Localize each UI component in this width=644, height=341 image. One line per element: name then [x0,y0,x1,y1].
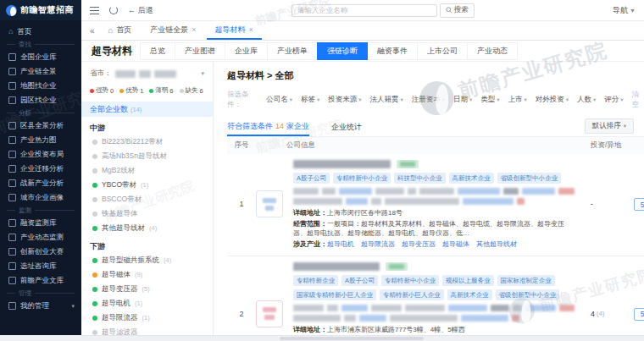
filter-dropdown[interactable]: 类型▾ [480,95,499,105]
sidebar-item[interactable]: 全国企业库 [0,50,81,64]
sidebar-item[interactable]: 选址咨询库 [0,259,81,273]
scrollbar-thumb[interactable] [280,337,424,340]
industry-link[interactable]: 超导限流器 [361,239,395,249]
sidebar-item[interactable]: 战新产业分析 [0,176,81,190]
tree-item[interactable]: BSCCO带材 [90,192,204,206]
sidebar-item[interactable]: 企业投资布局 [0,147,81,162]
sidebar-item[interactable]: 企业迁移分析 [0,162,81,176]
app-logo[interactable]: 前瞻智慧招商 [0,0,81,20]
industry-link[interactable]: 超导磁体 [442,239,469,249]
sidebar-item[interactable]: 城市企业画像 [0,190,81,205]
sidebar-item[interactable]: 区县全景分析 [0,118,81,133]
table-row[interactable]: 2 专精特新企业A股子公司专精特新中小企业规模以上服务业国家标准制定企业国家级专… [227,256,644,341]
company-tag: 国家级专精特新小巨人企业 [293,289,376,300]
page-tab[interactable]: 企业库 [225,42,268,60]
sidebar-item[interactable]: 产业链全景 [0,64,81,79]
industry-link[interactable]: 超导变压器 [402,239,436,249]
collapse-sidebar-icon[interactable] [90,7,99,14]
sidebar-item[interactable]: 园区找企业 [0,93,81,107]
close-icon[interactable]: × [192,25,196,34]
filter-dropdown[interactable]: 对外投资▾ [536,95,569,105]
horizontal-scrollbar[interactable] [0,335,644,341]
nav-dropdown[interactable]: 导航▼ [613,5,636,16]
tab-superconducting-materials[interactable]: 超导材料 × [207,21,262,40]
collapse-tabs-icon[interactable]: « [86,21,98,40]
score-badge[interactable]: 5 [634,308,644,321]
tree-item[interactable]: 超导限流器 (1) [90,311,204,325]
sidebar-item-home[interactable]: ⌂ 首页 [0,25,81,39]
global-search: 搜索 [164,3,603,18]
menu-icon [8,165,16,173]
page-tab[interactable]: 产业图谱 [175,42,225,60]
page-tab[interactable]: 融资事件 [367,42,418,60]
filter-dropdown[interactable]: 法人籍贯▾ [369,95,402,105]
sidebar-item[interactable]: 创新创业大赛 [0,245,81,259]
filter-dropdown[interactable]: 人数▾ [577,95,596,105]
company-name-row[interactable] [293,261,575,271]
tree-item[interactable]: YBCO带材 (1) [90,178,204,192]
sidebar: 前瞻智慧招商 ⌂ 首页 查找 全国企业库 产业链全景 [0,0,81,336]
back-button[interactable]: ← 后退 [128,5,153,16]
legend-item: 缺失 6 [180,86,203,95]
tree-item[interactable]: 其他超导线材 (4) [90,221,204,235]
chevron-down-icon: ▾ [593,96,596,103]
score-badge[interactable]: 5 [634,198,644,211]
tree-item[interactable]: MgB2线材 [90,163,204,178]
clear-filters-button[interactable]: 清空 [632,90,644,110]
tab-home[interactable]: ⌂ 首页 [100,21,141,40]
status-dot-icon [92,316,97,321]
status-dot-icon [92,168,97,173]
filter-dropdown[interactable]: 标签▾ [301,95,319,105]
refresh-icon[interactable] [109,6,118,14]
industry-link[interactable]: 超导电机 [327,239,354,249]
sidebar-item[interactable]: 前瞻产业文库 [0,273,81,288]
page-tab[interactable]: 产业榜单 [267,42,318,60]
page-tab[interactable]: 上市公司 [417,42,468,60]
sidebar-item[interactable]: 地图找企业 [0,79,81,93]
page-tab[interactable]: 强链诊断 [317,42,368,60]
filter-dropdown[interactable]: 日期▾ [453,95,472,105]
filter-dropdown[interactable]: 注册资本▾ [412,95,445,105]
filter-dropdown[interactable]: 上市▾ [508,95,526,105]
company-name-row[interactable] [293,159,575,168]
tab-matching-companies[interactable]: 符合筛选条件 14 家企业 [227,118,309,136]
sidebar-item-label: 区县全景分析 [20,121,64,131]
status-dot-icon [92,258,97,263]
tree-item[interactable]: 铁基超导体 [90,206,204,221]
chevron-down-icon: ▾ [317,96,319,103]
chevron-down-icon: ▾ [620,96,623,103]
tree-item[interactable]: 超导磁体 (9) [90,267,204,282]
filter-dropdown[interactable]: 投资来源▾ [328,95,361,105]
company-tag: 省级创新型中小企业 [496,289,560,300]
search-button[interactable]: 搜索 [440,3,475,18]
sidebar-item-my-management[interactable]: 我的管理 ▾ [0,299,81,313]
table-row[interactable]: 1 A股子公司专精特新中小企业科技型中小企业高新技术企业省级创新型中小企业 [227,154,644,256]
sidebar-section-manage: 管理 [0,288,81,299]
page-tab[interactable]: 总览 [140,42,175,60]
province-filter[interactable]: 省市： ▾ [90,69,204,79]
sort-dropdown[interactable]: 默认排序▾ [585,118,634,134]
tree-item[interactable]: 超导型磁共振系统 (4) [90,253,204,267]
tree-item[interactable]: 高场Nb3Sn超导线材 [90,149,204,163]
logo-icon [6,5,17,16]
status-dot-icon [119,89,124,93]
search-input[interactable] [291,4,437,17]
sidebar-item[interactable]: 融资监测库 [0,216,81,230]
chevron-down-icon: ▾ [469,96,472,103]
tab-company-statistics[interactable]: 企业统计 [331,122,362,133]
all-companies-row[interactable]: 全部企业数 (14) [81,102,213,117]
chevron-down-icon: ▾ [524,96,526,103]
filter-dropdown[interactable]: 公司名▾ [266,95,292,105]
status-dot-icon [149,89,153,93]
close-icon[interactable]: × [249,25,253,34]
industry-link[interactable]: 其他超导线材 [476,239,517,249]
legend-item: 薄弱 6 [149,86,173,95]
filter-dropdown[interactable]: 评分▾ [604,95,623,105]
page-tab[interactable]: 产业动态 [467,42,518,60]
tree-item[interactable]: Bi2223/Bi2212带材 [90,135,204,149]
tree-item[interactable]: 超导电机 (1) [90,296,204,311]
sidebar-item[interactable]: 产业热力图 [0,133,81,147]
tab-industry-chain-panorama[interactable]: 产业链全景 × [142,21,204,40]
sidebar-item[interactable]: 产业动态监测 [0,230,81,245]
tree-item[interactable]: 超导变压器 (5) [90,282,204,296]
